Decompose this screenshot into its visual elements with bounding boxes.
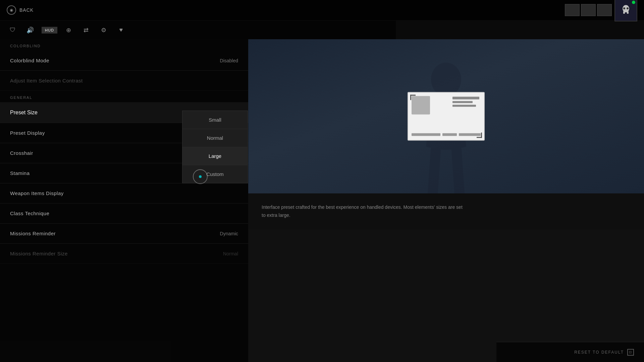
online-indicator <box>632 1 635 4</box>
nav-gear[interactable]: ⚙ <box>98 24 110 36</box>
weapon-items-label: Weapon Items Display <box>10 190 64 196</box>
back-circle-icon: ◉ <box>7 5 16 15</box>
nav-heart[interactable]: ♥ <box>115 24 127 36</box>
missions-reminder-label: Missions Reminder <box>10 231 56 236</box>
nav-audio[interactable]: 🔊 <box>24 24 36 36</box>
missions-reminder-size-label: Missions Reminder Size <box>10 251 68 256</box>
nav-hud-label[interactable]: HUD <box>42 27 57 34</box>
reset-to-default-button[interactable]: RESET TO DEFAULT ⊡ <box>574 349 634 356</box>
missions-reminder-value: Dynamic <box>220 231 238 236</box>
colorblind-mode-row[interactable]: Colorblind Mode Disabled <box>0 51 248 71</box>
colorblind-mode-label: Colorblind Mode <box>10 58 49 63</box>
description-text: Interface preset crafted for the best ex… <box>262 203 463 220</box>
preset-display-label: Preset Display <box>10 130 45 136</box>
top-btn-2[interactable] <box>581 4 596 16</box>
mockup-line-2 <box>452 101 473 103</box>
nav-tabs: 🛡 🔊 HUD ⊕ ⇄ ⚙ ♥ <box>0 21 396 39</box>
adjust-contrast-label: Adjust Item Selection Contrast <box>10 78 83 83</box>
class-technique-label: Class Technique <box>10 210 49 216</box>
settings-panel: Colorblind Colorblind Mode Disabled Adju… <box>0 39 248 362</box>
mockup-bottom-bars <box>412 133 481 136</box>
colorblind-section-label: Colorblind <box>0 39 248 51</box>
svg-point-5 <box>431 63 461 96</box>
top-btn-3[interactable] <box>597 4 612 16</box>
mockup-bar-2 <box>442 133 457 136</box>
avatar[interactable] <box>614 0 637 21</box>
top-bar: ◉ BACK <box>0 0 644 20</box>
weapon-items-row[interactable]: Weapon Items Display <box>0 183 248 203</box>
dropdown-option-small[interactable]: Small <box>182 111 248 129</box>
preview-panel: Interface preset crafted for the best ex… <box>248 39 644 362</box>
dropdown-option-normal[interactable]: Normal <box>182 129 248 147</box>
mockup-bar-1 <box>412 133 440 136</box>
preset-size-label: Preset Size <box>10 110 38 116</box>
preset-size-dropdown: Small Normal Large Custom <box>182 111 248 183</box>
crosshair-label: Crosshair <box>10 150 33 156</box>
svg-rect-2 <box>627 11 629 14</box>
nav-shield[interactable]: 🛡 <box>7 24 19 36</box>
dropdown-option-large[interactable]: Large <box>182 147 248 165</box>
preview-image <box>248 39 644 193</box>
svg-point-3 <box>623 7 625 9</box>
mockup-text-lines <box>452 97 479 107</box>
bottom-bar: RESET TO DEFAULT ⊡ <box>496 342 644 362</box>
mockup-bar-3 <box>459 133 481 136</box>
description-area: Interface preset crafted for the best ex… <box>248 193 644 230</box>
nav-arrows[interactable]: ⇄ <box>80 24 92 36</box>
mockup-line-3 <box>452 105 476 107</box>
mockup-line-1 <box>452 97 479 100</box>
mockup-thumbnail <box>412 96 430 115</box>
general-section-label: General <box>0 91 248 102</box>
class-technique-row[interactable]: Class Technique <box>0 203 248 224</box>
colorblind-mode-value: Disabled <box>220 58 238 63</box>
back-label: BACK <box>19 7 34 13</box>
ui-preview-mockup <box>408 92 485 141</box>
reset-label: RESET TO DEFAULT <box>574 350 624 355</box>
missions-reminder-size-row[interactable]: Missions Reminder Size Normal <box>0 244 248 264</box>
top-right-area <box>565 0 637 21</box>
svg-rect-1 <box>623 11 625 14</box>
avatar-skull-icon <box>620 4 632 16</box>
missions-reminder-size-value: Normal <box>223 251 238 256</box>
svg-point-4 <box>627 7 629 9</box>
missions-reminder-row[interactable]: Missions Reminder Dynamic <box>0 224 248 244</box>
dropdown-option-custom[interactable]: Custom <box>182 165 248 183</box>
reset-icon: ⊡ <box>627 349 634 356</box>
top-btn-1[interactable] <box>565 4 580 16</box>
stamina-label: Stamina <box>10 170 30 176</box>
back-button[interactable]: ◉ BACK <box>7 5 34 15</box>
nav-controller[interactable]: ⊕ <box>63 24 75 36</box>
adjust-contrast-row[interactable]: Adjust Item Selection Contrast <box>0 71 248 91</box>
